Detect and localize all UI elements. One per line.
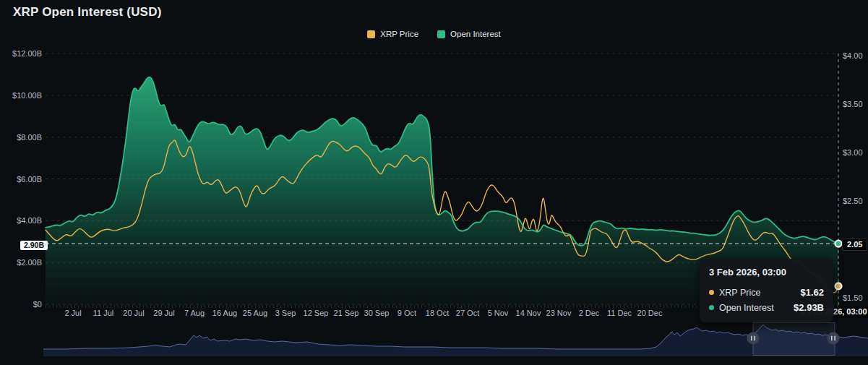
x-axis-label: 7 Aug: [184, 309, 205, 317]
left-axis-label: $8.00B: [0, 133, 42, 142]
x-axis-label: 12 Sep: [304, 309, 329, 317]
x-axis-label: 9 Oct: [398, 309, 416, 317]
x-axis-label: 11 Jul: [93, 309, 114, 317]
x-axis-label: 2 Dec: [579, 309, 600, 317]
x-axis-label: 14 Nov: [516, 309, 541, 317]
left-axis-label: $4.00B: [0, 216, 42, 225]
x-axis-label: 30 Sep: [364, 309, 390, 317]
tooltip-value: $1.62: [800, 287, 824, 298]
open-interest-end-dot: [835, 241, 842, 247]
range-navigator[interactable]: [0, 322, 868, 365]
left-axis-label: $6.00B: [0, 175, 42, 184]
x-axis-label: 27 Oct: [456, 309, 479, 317]
x-axis-label: 5 Nov: [488, 309, 509, 317]
tooltip-row: Open Interest $2.93B: [709, 300, 824, 315]
open-interest-current-badge: 2.90B: [20, 241, 48, 250]
left-axis-label: $10.00B: [0, 91, 42, 100]
xrp-price-end-dot: [835, 283, 842, 289]
right-axis-label: $4.00: [843, 51, 863, 60]
x-axis-label: 2 Jul: [64, 309, 81, 317]
x-axis-label: 16 Aug: [212, 309, 237, 317]
tooltip-header: 3 Feb 2026, 03:00: [709, 267, 824, 278]
xrp-price-dot-icon: [709, 290, 714, 295]
x-axis-label: 29 Jul: [153, 309, 174, 317]
chart-tooltip: 3 Feb 2026, 03:00 XRP Price $1.62 Open I…: [700, 259, 833, 322]
x-axis-label: 18 Oct: [426, 309, 449, 317]
left-axis-label: $12.00B: [0, 49, 42, 58]
x-axis-label: 20 Dec: [637, 309, 663, 317]
x-axis-label: 21 Sep: [334, 309, 359, 317]
right-axis-label: $3.50: [843, 100, 863, 108]
tooltip-value: $2.93B: [794, 302, 824, 313]
tooltip-label: XRP Price: [719, 288, 800, 298]
price-axis-crosshair-badge: 2.05: [842, 239, 867, 251]
left-axis-label: $2.00B: [0, 258, 42, 267]
navigator-handle-left[interactable]: [747, 332, 760, 345]
x-axis-label: 20 Jul: [123, 309, 144, 317]
xrp-open-interest-chart: XRP Open Interest (USD) XRP Price Open I…: [0, 0, 868, 365]
navigator-selection[interactable]: [753, 323, 835, 356]
right-axis-label: $3.00: [843, 148, 863, 157]
tooltip-label: Open Interest: [719, 303, 794, 313]
x-axis-label: 3 Sep: [275, 309, 296, 317]
x-axis-label: 23 Nov: [546, 309, 572, 317]
x-axis-label: 25 Aug: [243, 309, 267, 317]
navigator-handle-right[interactable]: [828, 332, 840, 345]
left-axis-label: $0: [0, 300, 42, 309]
right-axis-label: $2.50: [843, 197, 863, 205]
x-axis-label: 11 Dec: [607, 309, 632, 317]
tooltip-row: XRP Price $1.62: [709, 285, 824, 300]
right-axis-label: $1.50: [843, 293, 863, 302]
navigator-area: [43, 325, 868, 356]
open-interest-dot-icon: [709, 305, 714, 310]
